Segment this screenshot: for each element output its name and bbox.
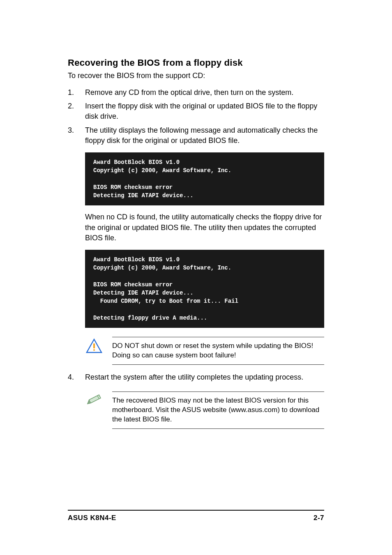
step-number: 3. — [68, 125, 85, 146]
list-item: 2. Insert the floppy disk with the origi… — [68, 101, 324, 122]
step-text: The utility displays the following messa… — [85, 125, 324, 146]
warning-callout: DO NOT shut down or reset the system whi… — [85, 337, 324, 365]
step-text: Remove any CD from the optical drive, th… — [85, 88, 324, 98]
footer-product: ASUS K8N4-E — [68, 514, 116, 522]
pencil-icon — [85, 391, 105, 409]
page-footer: ASUS K8N4-E 2-7 — [68, 510, 324, 522]
bios-output-block-1: Award BootBlock BIOS v1.0 Copyright (c) … — [85, 152, 324, 205]
step-number: 2. — [68, 101, 85, 122]
step-number: 1. — [68, 88, 85, 98]
step-text: Insert the floppy disk with the original… — [85, 101, 324, 122]
svg-point-1 — [93, 349, 95, 351]
list-item: 3. The utility displays the following me… — [68, 125, 324, 146]
list-item: 1. Remove any CD from the optical drive,… — [68, 88, 324, 98]
footer-page-number: 2-7 — [314, 514, 324, 522]
svg-rect-0 — [93, 343, 95, 348]
steps-list-continued: 4. Restart the system after the utility … — [68, 372, 324, 382]
bios-output-block-2: Award BootBlock BIOS v1.0 Copyright (c) … — [85, 250, 324, 328]
paragraph: When no CD is found, the utility automat… — [85, 212, 324, 243]
section-heading: Recovering the BIOS from a floppy disk — [68, 58, 324, 68]
intro-text: To recover the BIOS from the support CD: — [68, 71, 324, 80]
note-text: The recovered BIOS may not be the latest… — [112, 391, 324, 429]
warning-icon — [85, 337, 105, 356]
list-item: 4. Restart the system after the utility … — [68, 372, 324, 382]
step-number: 4. — [68, 372, 85, 382]
note-callout: The recovered BIOS may not be the latest… — [85, 391, 324, 429]
page-content: Recovering the BIOS from a floppy disk T… — [0, 0, 392, 429]
warning-text: DO NOT shut down or reset the system whi… — [112, 337, 324, 365]
step-text: Restart the system after the utility com… — [85, 372, 324, 382]
steps-list: 1. Remove any CD from the optical drive,… — [68, 88, 324, 146]
